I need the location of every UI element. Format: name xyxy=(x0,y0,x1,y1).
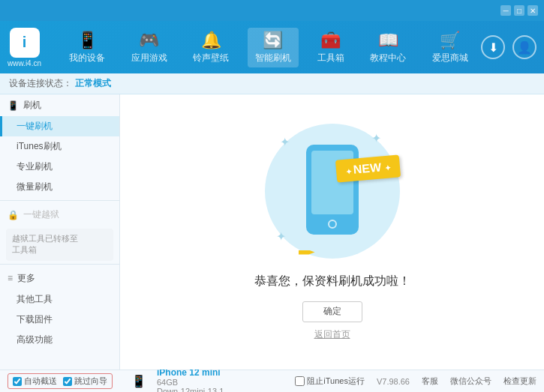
minimize-button[interactable]: ─ xyxy=(500,5,511,16)
customer-service-link[interactable]: 客服 xyxy=(422,376,438,387)
flash-section-label: 刷机 xyxy=(23,99,41,112)
auto-send-checkbox-item[interactable]: 自动截送 xyxy=(13,376,57,387)
device-detail-2: Down-12mini-13,1 xyxy=(157,387,266,393)
skip-wizard-checkbox-item[interactable]: 跳过向导 xyxy=(63,376,107,387)
nav-my-device[interactable]: 📱 我的设备 xyxy=(62,28,113,67)
logo[interactable]: i www.i4.cn xyxy=(8,28,41,67)
title-bar: ─ □ ✕ xyxy=(0,0,544,21)
back-home-link[interactable]: 返回首页 xyxy=(314,328,350,341)
sparkle-2: ✦ xyxy=(371,131,381,145)
user-button[interactable]: 👤 xyxy=(512,35,536,59)
wechat-link[interactable]: 微信公众号 xyxy=(450,376,491,387)
bottom-right-section: 阻止iTunes运行 V7.98.66 客服 微信公众号 检查更新 xyxy=(266,376,536,387)
sidebar-item-other-tools[interactable]: 其他工具 xyxy=(0,289,119,310)
sparkle-3: ✦ xyxy=(276,229,286,244)
sidebar-divider-1 xyxy=(0,200,119,201)
bottom-bar: 自动截送 跳过向导 📱 iPhone 12 mini 64GB Down-12m… xyxy=(0,370,544,392)
other-tools-label: 其他工具 xyxy=(17,294,53,304)
sidebar-item-itunes-flash[interactable]: iTunes刷机 xyxy=(0,136,119,157)
nav-ringtones-icon: 🔔 xyxy=(201,31,221,50)
device-phone-icon: 📱 xyxy=(131,374,146,388)
auto-send-checkbox[interactable] xyxy=(13,377,22,386)
header: i www.i4.cn 📱 我的设备 🎮 应用游戏 🔔 铃声壁纸 🔄 智能刷机 … xyxy=(0,21,544,73)
sidebar-item-download-firmware[interactable]: 下载固件 xyxy=(0,310,119,330)
maximize-button[interactable]: □ xyxy=(514,5,524,16)
nav-ringtones-label: 铃声壁纸 xyxy=(193,52,229,64)
nav-apps-games[interactable]: 🎮 应用游戏 xyxy=(124,28,175,67)
nav-tutorial-icon: 📖 xyxy=(378,31,398,50)
sidebar: 📱 刷机 一键刷机 iTunes刷机 专业刷机 微量刷机 🔒 一键越狱 越狱工具… xyxy=(0,94,120,370)
sidebar-item-micro-flash[interactable]: 微量刷机 xyxy=(0,177,119,197)
nav-apps-icon: 🎮 xyxy=(139,31,159,50)
stop-itunes-label: 阻止iTunes运行 xyxy=(307,376,365,387)
status-bar: 设备连接状态： 正常模式 xyxy=(0,73,544,94)
nav-device-label: 我的设备 xyxy=(69,52,105,64)
locked-text: 越狱工具已转移至工具箱 xyxy=(12,233,78,256)
nav-flash-icon: 🔄 xyxy=(263,31,283,50)
confirm-button[interactable]: 确定 xyxy=(302,301,362,322)
auto-send-label: 自动截送 xyxy=(24,376,57,387)
sidebar-section-flash-header: 📱 刷机 xyxy=(0,94,119,116)
nav-device-icon: 📱 xyxy=(77,31,98,50)
lock-icon: 🔒 xyxy=(8,210,19,220)
phone-illustration: ✦ ✦ ✦ NEW xyxy=(257,124,407,259)
sidebar-section-jailbreak-header: 🔒 一键越狱 xyxy=(0,204,119,226)
stop-itunes: 阻止iTunes运行 xyxy=(295,376,365,387)
jailbreak-section-label: 一键越狱 xyxy=(23,208,59,221)
sidebar-item-pro-flash[interactable]: 专业刷机 xyxy=(0,157,119,177)
phone-home-button xyxy=(328,220,337,229)
version-text: V7.98.66 xyxy=(377,377,410,386)
more-section-icon: ≡ xyxy=(8,273,13,283)
itunes-flash-label: iTunes刷机 xyxy=(17,141,62,151)
close-button[interactable]: ✕ xyxy=(527,5,538,16)
nav-apps-label: 应用游戏 xyxy=(131,52,167,64)
micro-flash-label: 微量刷机 xyxy=(17,181,53,192)
bottom-left-section: 自动截送 跳过向导 xyxy=(8,373,131,389)
nav-items: 📱 我的设备 🎮 应用游戏 🔔 铃声壁纸 🔄 智能刷机 🧰 工具箱 📖 教程中心… xyxy=(56,28,481,67)
skip-wizard-checkbox[interactable] xyxy=(63,377,72,386)
device-info-section: 📱 iPhone 12 mini 64GB Down-12mini-13,1 xyxy=(131,367,266,393)
nav-flash-label: 智能刷机 xyxy=(255,52,291,64)
checkbox-group: 自动截送 跳过向导 xyxy=(8,373,113,389)
nav-store[interactable]: 🛒 爱思商城 xyxy=(425,28,476,67)
nav-toolbox-icon: 🧰 xyxy=(320,31,341,50)
nav-ringtones[interactable]: 🔔 铃声壁纸 xyxy=(185,28,236,67)
status-value: 正常模式 xyxy=(75,77,111,90)
nav-store-label: 爱思商城 xyxy=(432,52,468,64)
logo-icon: i xyxy=(10,28,40,58)
pro-flash-label: 专业刷机 xyxy=(17,161,53,172)
advanced-label: 高级功能 xyxy=(17,334,53,345)
new-badge-text: NEW xyxy=(353,160,382,175)
stop-itunes-checkbox[interactable] xyxy=(295,376,305,386)
more-section-label: 更多 xyxy=(17,272,35,285)
logo-url: www.i4.cn xyxy=(8,59,41,67)
sidebar-item-advanced[interactable]: 高级功能 xyxy=(0,330,119,350)
device-detail-1: 64GB xyxy=(157,378,266,387)
status-label: 设备连接状态： xyxy=(9,77,72,90)
phone-shape xyxy=(306,145,359,235)
nav-store-icon: 🛒 xyxy=(440,31,460,50)
device-info: iPhone 12 mini 64GB Down-12mini-13,1 xyxy=(149,367,266,393)
nav-tutorial[interactable]: 📖 教程中心 xyxy=(362,28,413,67)
check-update-link[interactable]: 检查更新 xyxy=(503,376,536,387)
window-controls[interactable]: ─ □ ✕ xyxy=(500,5,538,16)
nav-smart-flash[interactable]: 🔄 智能刷机 xyxy=(248,28,299,67)
one-click-label: 一键刷机 xyxy=(17,121,53,131)
download-button[interactable]: ⬇ xyxy=(481,35,505,59)
download-firmware-label: 下载固件 xyxy=(17,314,53,325)
nav-right-buttons: ⬇ 👤 xyxy=(481,35,536,59)
main-content: 📱 刷机 一键刷机 iTunes刷机 专业刷机 微量刷机 🔒 一键越狱 越狱工具… xyxy=(0,94,544,370)
nav-toolbox[interactable]: 🧰 工具箱 xyxy=(310,28,352,67)
sidebar-item-one-click[interactable]: 一键刷机 xyxy=(0,116,119,136)
content-area: ✦ ✦ ✦ NEW 恭喜您，保资料刷机成功啦！ 确定 返回首页 xyxy=(120,94,544,370)
success-text: 恭喜您，保资料刷机成功啦！ xyxy=(254,274,410,289)
flash-section-icon: 📱 xyxy=(8,100,19,111)
sidebar-section-more-header: ≡ 更多 xyxy=(0,268,119,289)
sparkle-1: ✦ xyxy=(280,135,290,149)
nav-tutorial-label: 教程中心 xyxy=(370,52,406,64)
nav-toolbox-label: 工具箱 xyxy=(317,52,344,64)
skip-wizard-label: 跳过向导 xyxy=(74,376,107,387)
sidebar-divider-2 xyxy=(0,264,119,265)
jailbreak-locked-notice: 越狱工具已转移至工具箱 xyxy=(6,229,113,261)
